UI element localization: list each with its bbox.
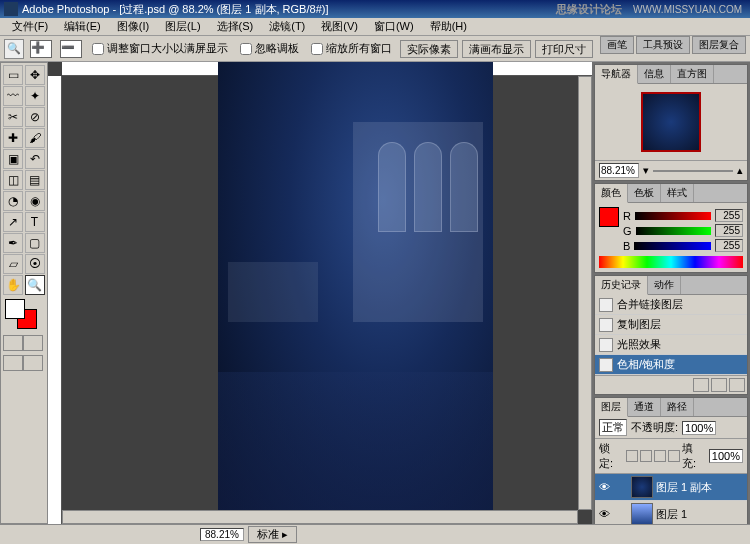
lock-all-icon[interactable] — [668, 450, 680, 462]
tool-brush[interactable]: 🖌 — [25, 128, 45, 148]
menu-help[interactable]: 帮助(H) — [422, 19, 475, 34]
color-swatches[interactable] — [3, 299, 45, 331]
zoom-out-icon[interactable]: ➖ — [60, 40, 82, 58]
btn-print-size[interactable]: 打印尺寸 — [535, 40, 593, 58]
new-snapshot-icon[interactable] — [693, 378, 709, 392]
menu-file[interactable]: 文件(F) — [4, 19, 56, 34]
tab-swatches[interactable]: 色板 — [628, 184, 661, 202]
tool-notes[interactable]: ▱ — [3, 254, 23, 274]
navigator-zoom-slider[interactable] — [653, 170, 733, 172]
menu-filter[interactable]: 滤镜(T) — [261, 19, 313, 34]
opt-ignore-palettes[interactable]: 忽略调板 — [240, 41, 299, 56]
history-item[interactable]: 复制图层 — [595, 315, 747, 335]
quickmask-off[interactable] — [3, 335, 23, 351]
menu-window[interactable]: 窗口(W) — [366, 19, 422, 34]
layer-item[interactable]: 👁 图层 1 副本 — [595, 474, 747, 501]
opt-zoom-all[interactable]: 缩放所有窗口 — [311, 41, 392, 56]
btn-fit-screen[interactable]: 满画布显示 — [462, 40, 531, 58]
menu-image[interactable]: 图像(I) — [109, 19, 157, 34]
opt-resize-window[interactable]: 调整窗口大小以满屏显示 — [92, 41, 228, 56]
visibility-icon[interactable]: 👁 — [597, 480, 611, 494]
tool-zoom[interactable]: 🔍 — [25, 275, 45, 295]
tool-preset-icon[interactable]: 🔍 — [4, 39, 24, 59]
status-mode[interactable]: 标准 ▸ — [248, 526, 297, 543]
link-icon[interactable] — [614, 480, 628, 494]
tool-hand[interactable]: ✋ — [3, 275, 23, 295]
link-icon[interactable] — [614, 507, 628, 521]
visibility-icon[interactable]: 👁 — [597, 507, 611, 521]
menu-layer[interactable]: 图层(L) — [157, 19, 208, 34]
tool-shape[interactable]: ▢ — [25, 233, 45, 253]
layer-name[interactable]: 图层 1 — [656, 507, 687, 522]
ruler-vertical[interactable] — [48, 76, 62, 524]
foreground-color[interactable] — [5, 299, 25, 319]
color-preview[interactable] — [599, 207, 619, 227]
zoom-in-icon[interactable]: ▴ — [737, 164, 743, 177]
status-zoom[interactable]: 88.21% — [200, 528, 244, 541]
tab-brushes[interactable]: 画笔 — [600, 36, 634, 54]
tool-blur[interactable]: ◔ — [3, 191, 23, 211]
menu-select[interactable]: 选择(S) — [209, 19, 262, 34]
color-ramp[interactable] — [599, 256, 743, 268]
tab-paths[interactable]: 路径 — [661, 398, 694, 416]
btn-actual-pixels[interactable]: 实际像素 — [400, 40, 458, 58]
layer-thumbnail[interactable] — [631, 503, 653, 525]
history-item[interactable]: 合并链接图层 — [595, 295, 747, 315]
tool-marquee[interactable]: ▭ — [3, 65, 23, 85]
slider-r[interactable] — [635, 212, 711, 220]
tab-histogram[interactable]: 直方图 — [671, 65, 714, 83]
new-doc-icon[interactable] — [711, 378, 727, 392]
tool-path[interactable]: ↗ — [3, 212, 23, 232]
tab-channels[interactable]: 通道 — [628, 398, 661, 416]
value-b[interactable]: 255 — [715, 239, 743, 252]
scrollbar-vertical[interactable] — [578, 76, 592, 510]
scrollbar-horizontal[interactable] — [62, 510, 578, 524]
tool-move[interactable]: ✥ — [25, 65, 45, 85]
lock-transparency-icon[interactable] — [626, 450, 638, 462]
tab-info[interactable]: 信息 — [638, 65, 671, 83]
tool-dodge[interactable]: ◉ — [25, 191, 45, 211]
tool-lasso[interactable]: 〰 — [3, 86, 23, 106]
tool-gradient[interactable]: ▤ — [25, 170, 45, 190]
tool-history-brush[interactable]: ↶ — [25, 149, 45, 169]
lock-image-icon[interactable] — [640, 450, 652, 462]
slider-b[interactable] — [634, 242, 711, 250]
opacity-value[interactable]: 100% — [682, 421, 716, 435]
history-item[interactable]: 色相/饱和度 — [595, 355, 747, 375]
lock-position-icon[interactable] — [654, 450, 666, 462]
layer-thumbnail[interactable] — [631, 476, 653, 498]
tool-eyedropper[interactable]: ⦿ — [25, 254, 45, 274]
history-item[interactable]: 光照效果 — [595, 335, 747, 355]
tool-type[interactable]: T — [25, 212, 45, 232]
quickmask-on[interactable] — [23, 335, 43, 351]
navigator-zoom-value[interactable]: 88.21% — [599, 163, 639, 178]
tool-healing[interactable]: ✚ — [3, 128, 23, 148]
tool-wand[interactable]: ✦ — [25, 86, 45, 106]
blend-mode-select[interactable]: 正常 — [599, 419, 627, 436]
tab-navigator[interactable]: 导航器 — [595, 65, 638, 84]
tab-layers[interactable]: 图层 — [595, 398, 628, 417]
slider-g[interactable] — [636, 227, 711, 235]
menu-view[interactable]: 视图(V) — [313, 19, 366, 34]
tool-pen[interactable]: ✒ — [3, 233, 23, 253]
screen-full-menu[interactable] — [23, 355, 43, 371]
navigator-thumbnail[interactable] — [641, 92, 701, 152]
menu-edit[interactable]: 编辑(E) — [56, 19, 109, 34]
canvas-document[interactable] — [218, 62, 493, 522]
tool-stamp[interactable]: ▣ — [3, 149, 23, 169]
tab-actions[interactable]: 动作 — [648, 276, 681, 294]
zoom-out-icon[interactable]: ▾ — [643, 164, 649, 177]
layer-name[interactable]: 图层 1 副本 — [656, 480, 712, 495]
fill-value[interactable]: 100% — [709, 449, 743, 463]
value-r[interactable]: 255 — [715, 209, 743, 222]
tab-layer-comps[interactable]: 图层复合 — [692, 36, 746, 54]
tool-slice[interactable]: ⊘ — [25, 107, 45, 127]
tool-eraser[interactable]: ◫ — [3, 170, 23, 190]
screen-standard[interactable] — [3, 355, 23, 371]
tool-crop[interactable]: ✂ — [3, 107, 23, 127]
tab-color[interactable]: 颜色 — [595, 184, 628, 203]
zoom-in-icon[interactable]: ➕ — [30, 40, 52, 58]
tab-history[interactable]: 历史记录 — [595, 276, 648, 295]
tab-tool-presets[interactable]: 工具预设 — [636, 36, 690, 54]
tab-styles[interactable]: 样式 — [661, 184, 694, 202]
